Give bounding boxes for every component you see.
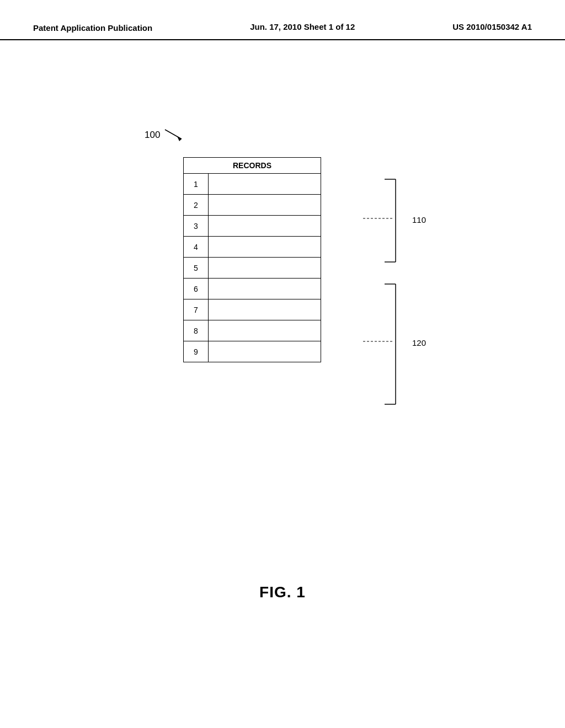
svg-marker-1 [177, 136, 182, 141]
row-num-9: 9 [184, 341, 209, 362]
page-header: Patent Application Publication Jun. 17, … [0, 22, 565, 40]
table-header: RECORDS [184, 158, 321, 174]
bracket-120: 120 [382, 281, 404, 409]
row-data-9 [208, 341, 321, 362]
table-row: 1 [184, 174, 321, 195]
header-right-text: US 2010/0150342 A1 [452, 22, 532, 31]
table-row: 2 [184, 195, 321, 216]
header-left-text: Patent Application Publication [33, 22, 152, 34]
table-row: 6 [184, 279, 321, 299]
bracket-120-icon [382, 281, 404, 407]
figure-label: FIG. 1 [259, 584, 306, 601]
label-100: 100 [145, 130, 160, 141]
row-data-3 [208, 216, 321, 237]
row-data-5 [208, 258, 321, 279]
row-data-2 [208, 195, 321, 216]
row-data-6 [208, 279, 321, 299]
row-num-8: 8 [184, 320, 209, 341]
page: Patent Application Publication Jun. 17, … [0, 0, 565, 728]
label-120: 120 [412, 338, 426, 347]
bracket-110: 110 [382, 176, 404, 267]
dash-110-icon [363, 218, 396, 219]
diagram-wrapper: 100 RECORDS 1 [117, 127, 448, 469]
row-num-5: 5 [184, 258, 209, 279]
row-num-4: 4 [184, 237, 209, 258]
row-data-7 [208, 299, 321, 320]
diagram-area: 100 RECORDS 1 [0, 127, 565, 469]
label-110: 110 [412, 215, 426, 224]
header-center-text: Jun. 17, 2010 Sheet 1 of 12 [250, 22, 355, 31]
row-data-1 [208, 174, 321, 195]
row-num-7: 7 [184, 299, 209, 320]
row-data-8 [208, 320, 321, 341]
dash-120-icon [363, 341, 396, 342]
table-row: 9 [184, 341, 321, 362]
arrow-100-icon [162, 127, 187, 143]
records-table: RECORDS 1 2 3 [183, 157, 321, 362]
table-row: 5 [184, 258, 321, 279]
row-num-3: 3 [184, 216, 209, 237]
row-num-2: 2 [184, 195, 209, 216]
table-row: 3 [184, 216, 321, 237]
bracket-110-icon [382, 176, 404, 265]
table-row: 8 [184, 320, 321, 341]
row-num-6: 6 [184, 279, 209, 299]
row-data-4 [208, 237, 321, 258]
row-num-1: 1 [184, 174, 209, 195]
table-row: 7 [184, 299, 321, 320]
table-row: 4 [184, 237, 321, 258]
